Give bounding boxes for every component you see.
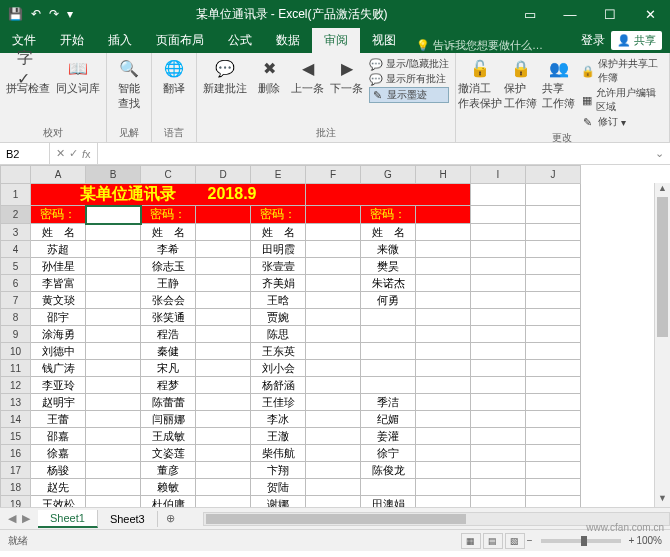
sheet-tab-3[interactable]: Sheet3 — [98, 511, 158, 527]
maximize-icon[interactable]: ☐ — [590, 7, 630, 22]
cell[interactable]: 密码： — [141, 206, 196, 224]
tab-home[interactable]: 开始 — [48, 28, 96, 53]
allow-edit-button[interactable]: ▦允许用户编辑区域 — [581, 86, 663, 114]
cell[interactable] — [526, 241, 581, 258]
cell[interactable] — [471, 258, 526, 275]
row-header[interactable]: 10 — [1, 343, 31, 360]
cell[interactable] — [416, 360, 471, 377]
cell[interactable] — [361, 377, 416, 394]
cell[interactable] — [471, 241, 526, 258]
cell[interactable]: 谢娜 — [251, 496, 306, 508]
cell[interactable]: 密码： — [361, 206, 416, 224]
cell[interactable] — [306, 360, 361, 377]
translate-button[interactable]: 🌐翻译 — [158, 57, 190, 96]
cell[interactable] — [526, 445, 581, 462]
cell[interactable]: 陈思 — [251, 326, 306, 343]
cell[interactable]: 杨舒涵 — [251, 377, 306, 394]
cell[interactable] — [416, 462, 471, 479]
row-header[interactable]: 15 — [1, 428, 31, 445]
cell[interactable] — [416, 258, 471, 275]
name-box[interactable]: B2 — [0, 143, 50, 164]
smart-lookup-button[interactable]: 🔍智能 查找 — [113, 57, 145, 111]
spellcheck-button[interactable]: 字✓拼写检查 — [6, 57, 50, 96]
save-icon[interactable]: 💾 — [8, 7, 23, 21]
cell[interactable] — [526, 343, 581, 360]
cell[interactable]: 张壹壹 — [251, 258, 306, 275]
cell[interactable] — [471, 275, 526, 292]
view-page-icon[interactable]: ▤ — [483, 533, 503, 549]
cell[interactable]: 苏超 — [31, 241, 86, 258]
delete-comment-button[interactable]: ✖删除 — [253, 57, 285, 96]
cell[interactable] — [526, 462, 581, 479]
cell[interactable] — [86, 343, 141, 360]
add-sheet-icon[interactable]: ⊕ — [158, 512, 183, 525]
tab-insert[interactable]: 插入 — [96, 28, 144, 53]
cell[interactable]: 贾婉 — [251, 309, 306, 326]
row-header[interactable]: 8 — [1, 309, 31, 326]
cell[interactable] — [306, 326, 361, 343]
cell[interactable]: 姓 名 — [31, 224, 86, 241]
cell[interactable] — [416, 326, 471, 343]
cell[interactable]: 姓 名 — [141, 224, 196, 241]
share-workbook-button[interactable]: 👥共享 工作簿 — [543, 57, 575, 111]
cell[interactable] — [416, 496, 471, 508]
cell[interactable]: 王晗 — [251, 292, 306, 309]
cell[interactable] — [416, 309, 471, 326]
cell[interactable] — [526, 394, 581, 411]
cell[interactable] — [306, 496, 361, 508]
formula-expand-icon[interactable]: ⌄ — [649, 147, 670, 160]
cell[interactable] — [306, 462, 361, 479]
row-header[interactable]: 14 — [1, 411, 31, 428]
col-header[interactable]: B — [86, 166, 141, 184]
zoom-out-icon[interactable]: − — [527, 535, 533, 546]
row-header[interactable]: 12 — [1, 377, 31, 394]
cell[interactable]: 程浩 — [141, 326, 196, 343]
cell[interactable] — [526, 275, 581, 292]
unprotect-sheet-button[interactable]: 🔓撤消工 作表保护 — [462, 57, 499, 111]
view-normal-icon[interactable]: ▦ — [461, 533, 481, 549]
show-ink-button[interactable]: ✎显示墨迹 — [369, 87, 449, 103]
cell[interactable] — [306, 445, 361, 462]
ribbon-options-icon[interactable]: ▭ — [510, 7, 550, 22]
cell[interactable] — [471, 206, 526, 224]
cell[interactable]: 涂海勇 — [31, 326, 86, 343]
cell[interactable] — [471, 479, 526, 496]
zoom-slider[interactable] — [541, 539, 621, 543]
cell[interactable] — [526, 258, 581, 275]
cell[interactable] — [86, 377, 141, 394]
cell[interactable] — [196, 275, 251, 292]
cell[interactable] — [471, 377, 526, 394]
sheet-nav-prev-icon[interactable]: ◀ — [8, 512, 16, 525]
cell[interactable]: 徐嘉 — [31, 445, 86, 462]
cell[interactable]: 田明霞 — [251, 241, 306, 258]
col-header[interactable]: G — [361, 166, 416, 184]
cell[interactable]: 钱广涛 — [31, 360, 86, 377]
fx-cancel-icon[interactable]: ✕ — [56, 147, 65, 160]
cell[interactable] — [86, 326, 141, 343]
sheet-tab-1[interactable]: Sheet1 — [38, 510, 98, 528]
cell[interactable] — [416, 206, 471, 224]
cell[interactable] — [86, 394, 141, 411]
cell[interactable]: 赵先 — [31, 479, 86, 496]
row-header[interactable]: 3 — [1, 224, 31, 241]
row-header[interactable]: 17 — [1, 462, 31, 479]
cell[interactable] — [416, 275, 471, 292]
vertical-scrollbar[interactable]: ▲ ▼ — [654, 183, 670, 507]
cell[interactable] — [471, 496, 526, 508]
cell[interactable]: 秦健 — [141, 343, 196, 360]
cell[interactable]: 齐美娟 — [251, 275, 306, 292]
cell[interactable]: 王效松 — [31, 496, 86, 508]
cell[interactable]: 王蕾 — [31, 411, 86, 428]
cell[interactable] — [196, 326, 251, 343]
cell[interactable]: 季洁 — [361, 394, 416, 411]
show-all-comments-button[interactable]: 💬显示所有批注 — [369, 72, 449, 86]
cell[interactable]: 李皆富 — [31, 275, 86, 292]
cell[interactable] — [306, 479, 361, 496]
cell[interactable] — [471, 292, 526, 309]
share-button[interactable]: 👤 共享 — [611, 31, 662, 50]
row-header[interactable]: 5 — [1, 258, 31, 275]
zoom-level[interactable]: 100% — [636, 535, 662, 546]
view-break-icon[interactable]: ▧ — [505, 533, 525, 549]
cell[interactable]: 邵嘉 — [31, 428, 86, 445]
cell[interactable] — [526, 360, 581, 377]
